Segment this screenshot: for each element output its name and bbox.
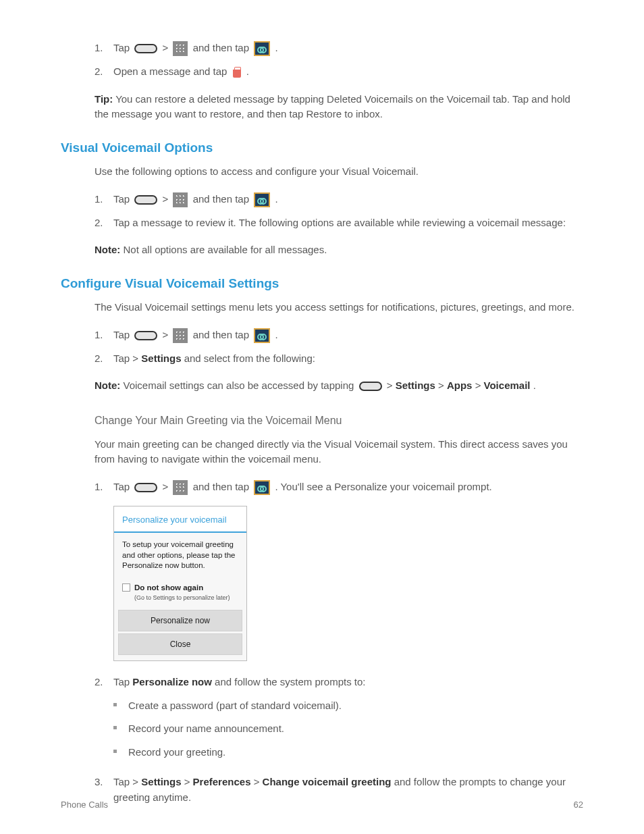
step-number: 2. <box>95 351 103 367</box>
checkbox-text: Do not show again (Go to Settings to per… <box>134 582 230 603</box>
configure-step-2: 2. Tap > Settings and select from the fo… <box>61 351 581 367</box>
step-text: Tap Personalize now and follow the syste… <box>113 676 366 687</box>
voicemail-icon <box>254 41 270 56</box>
change-greeting-label: Change voicemail greeting <box>263 776 392 787</box>
step-text: Tap > and then tap . <box>113 329 278 340</box>
configure-intro: The Visual Voicemail settings menu lets … <box>61 300 581 315</box>
step-number: 1. <box>95 192 103 207</box>
list-item: Record your name announcement. <box>113 721 581 737</box>
personalize-now-label: Personalize now <box>132 676 212 687</box>
step-number: 1. <box>95 328 103 343</box>
step-text: Open a message and tap . <box>113 66 249 77</box>
tip-label: Tip: <box>95 93 113 105</box>
step-number: 1. <box>95 41 103 56</box>
greeting-intro: Your main greeting can be changed direct… <box>61 437 581 467</box>
tip-block: Tip: You can restore a deleted message b… <box>61 92 581 122</box>
home-pill-icon <box>134 331 157 340</box>
footer-left: Phone Calls <box>61 798 108 812</box>
trash-icon <box>232 67 242 78</box>
greeting-step-2: 2. Tap Personalize now and follow the sy… <box>61 675 581 690</box>
settings-label: Settings <box>141 776 181 787</box>
vvm-step-2: 2. Tap a message to review it. The follo… <box>61 215 581 231</box>
tip-text: You can restore a deleted message by tap… <box>95 93 570 120</box>
bullet-list: Create a password (part of standard voic… <box>61 698 581 760</box>
note-label: Note: <box>95 380 120 391</box>
voicemail-icon <box>254 192 270 207</box>
voicemail-icon <box>254 480 270 495</box>
heading-configure: Configure Visual Voicemail Settings <box>61 274 581 294</box>
note-label: Note: <box>95 244 120 255</box>
voicemail-icon <box>254 328 270 343</box>
greeting-step-1: 1. Tap > and then tap . You'll see a Per… <box>61 479 581 495</box>
close-button[interactable]: Close <box>118 633 242 655</box>
checkbox-secondary: (Go to Settings to personalize later) <box>134 594 230 603</box>
configure-step-1: 1. Tap > and then tap . <box>61 328 581 343</box>
preferences-label: Preferences <box>193 776 251 787</box>
personalize-now-button[interactable]: Personalize now <box>118 610 242 631</box>
step-text: Tap a message to review it. The followin… <box>113 217 566 228</box>
step-number: 1. <box>95 479 103 495</box>
home-pill-icon <box>134 44 157 53</box>
page-footer: Phone Calls 62 <box>61 798 583 812</box>
step-text: Tap > Settings and select from the follo… <box>113 353 315 364</box>
personalize-dialog: Personalize your voicemail To setup your… <box>113 506 247 662</box>
home-pill-icon <box>134 195 157 205</box>
keypad-icon <box>173 41 188 56</box>
step-2-delete: 2. Open a message and tap . <box>61 64 581 80</box>
checkbox-icon[interactable] <box>122 583 130 592</box>
dialog-body: To setup your voicemail greeting and oth… <box>114 533 246 578</box>
step-number: 2. <box>95 215 103 231</box>
keypad-icon <box>173 480 188 495</box>
step-number: 2. <box>95 675 103 690</box>
step-number: 2. <box>95 64 103 80</box>
heading-vvm-options: Visual Voicemail Options <box>61 138 581 158</box>
dialog-checkbox-row[interactable]: Do not show again (Go to Settings to per… <box>114 578 246 608</box>
vvm-step-1: 1. Tap > and then tap . <box>61 192 581 207</box>
keypad-icon <box>173 328 188 343</box>
checkbox-primary: Do not show again <box>134 582 230 594</box>
dialog-screenshot-row: Personalize your voicemail To setup your… <box>61 506 581 662</box>
settings-label: Settings <box>141 353 181 364</box>
vvm-options-intro: Use the following options to access and … <box>61 164 581 180</box>
subhead-greeting: Change Your Main Greeting via the Voicem… <box>61 413 581 429</box>
home-pill-icon <box>134 483 157 492</box>
step-text: Tap > and then tap . <box>113 193 278 205</box>
note-text: Not all options are available for all me… <box>124 244 327 255</box>
list-item: Record your greeting. <box>113 745 581 760</box>
configure-note: Note: Voicemail settings can also be acc… <box>61 378 581 394</box>
home-pill-icon <box>359 382 382 391</box>
step-1-delete: 1. Tap > and then tap . <box>61 41 581 56</box>
list-item: Create a password (part of standard voic… <box>113 698 581 714</box>
settings-label: Settings <box>396 380 435 391</box>
step-text: Tap > and then tap . You'll see a Person… <box>113 481 492 492</box>
apps-label: Apps <box>447 380 473 391</box>
page-content: 1. Tap > and then tap . 2. Open a messag… <box>61 41 581 805</box>
voicemail-label: Voicemail <box>484 380 531 391</box>
keypad-icon <box>173 192 188 207</box>
step-text: Tap > and then tap . <box>113 42 278 53</box>
vvm-note: Note: Not all options are available for … <box>61 242 581 258</box>
footer-right: 62 <box>574 798 583 812</box>
dialog-title: Personalize your voicemail <box>114 506 246 533</box>
step-number: 3. <box>95 775 103 790</box>
